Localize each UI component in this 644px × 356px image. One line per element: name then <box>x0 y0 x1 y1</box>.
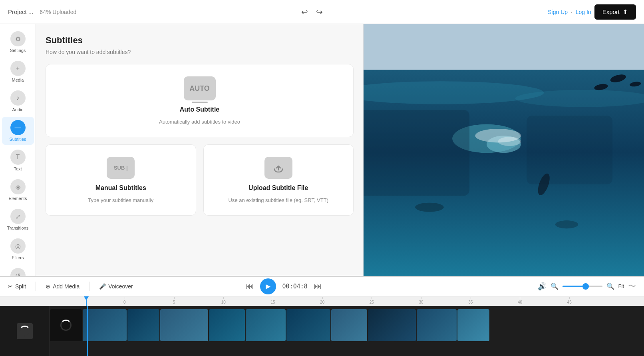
topbar-right: Sign Up · Log In Export ⬆ <box>548 4 636 20</box>
sidebar-item-extra[interactable]: ↺ <box>2 265 34 276</box>
text-icon: T <box>10 150 26 165</box>
sign-up-link[interactable]: Sign Up <box>548 9 568 15</box>
loading-spinner <box>19 326 30 337</box>
zoom-in-icon: 🔍 <box>606 282 614 290</box>
svg-rect-7 <box>527 116 612 184</box>
rewind-button[interactable]: ⏮ <box>246 282 254 291</box>
split-label: Split <box>15 283 26 290</box>
ruler-mark-0: 0 <box>100 300 149 304</box>
sidebar-item-text[interactable]: T Text <box>2 146 34 174</box>
audio-icon: ♪ <box>10 90 26 106</box>
track-clip-7[interactable] <box>286 309 330 341</box>
sidebar-label-text: Text <box>14 166 22 171</box>
auto-subtitle-card[interactable]: AUTO Auto Subtitle Automatically add sub… <box>46 64 354 137</box>
auth-separator: · <box>571 9 572 15</box>
ruler-mark-5: 5 <box>149 300 199 304</box>
zoom-out-icon: 🔍 <box>551 282 559 290</box>
upload-status: 64% Uploaded <box>40 9 76 15</box>
track-clip-4[interactable] <box>160 309 208 341</box>
track-clip-10[interactable] <box>417 309 457 341</box>
svg-point-13 <box>555 220 578 228</box>
sidebar-item-filters[interactable]: ◎ Filters <box>2 235 34 263</box>
voiceover-label: Voiceover <box>108 283 133 290</box>
svg-point-15 <box>498 137 521 146</box>
export-icon: ⬆ <box>623 8 628 16</box>
ruler-mark-35: 35 <box>446 300 495 304</box>
timeline-toolbar: ✂ Split ⊕ Add Media 🎤 Voiceover ⏮ ▶ 00:0… <box>0 276 644 296</box>
panel-title: Subtitles <box>46 35 354 46</box>
ruler-playhead <box>86 296 87 306</box>
extra-icon: ↺ <box>10 268 26 276</box>
sidebar-item-transitions[interactable]: ⤢ Transitions <box>2 206 34 234</box>
svg-rect-6 <box>364 110 469 196</box>
fit-button[interactable]: Fit <box>618 283 624 289</box>
manual-subtitle-title: Manual Subtitles <box>95 184 146 192</box>
upload-subtitle-desc: Use an existing subtitles file (eg. SRT,… <box>229 197 328 203</box>
voiceover-button[interactable]: 🎤 Voiceover <box>99 283 133 290</box>
preview-frame <box>364 24 644 276</box>
playhead-triangle <box>84 296 89 300</box>
sidebar-label-transitions: Transitions <box>7 226 28 230</box>
track-clip-6[interactable] <box>246 309 286 341</box>
settings-icon: ⚙ <box>10 31 26 46</box>
ruler-mark-15: 15 <box>248 300 298 304</box>
project-name: Project ... <box>8 8 33 15</box>
waveform-icon: 〜 <box>628 281 636 292</box>
redo-button[interactable]: ↪ <box>314 5 325 19</box>
split-icon: ✂ <box>8 283 13 290</box>
sidebar-label-settings: Settings <box>10 48 26 53</box>
add-media-button[interactable]: ⊕ Add Media <box>46 283 80 290</box>
log-in-link[interactable]: Log In <box>576 9 591 15</box>
upload-subtitle-card[interactable]: Upload Subtitle File Use an existing sub… <box>203 144 354 216</box>
ruler-mark-10: 10 <box>199 300 248 304</box>
ruler-container: 0 5 10 15 20 25 30 35 40 45 <box>0 296 644 356</box>
split-button[interactable]: ✂ Split <box>8 283 26 290</box>
track-clip-loading <box>50 309 82 341</box>
media-icon: + <box>10 61 26 76</box>
sidebar-item-subtitles[interactable]: — Subtitles <box>2 117 34 145</box>
fast-forward-button[interactable]: ⏭ <box>314 282 322 291</box>
ruler-mark-25: 25 <box>347 300 397 304</box>
main-area: ⚙ Settings + Media ♪ Audio — Subtitles T… <box>0 24 644 276</box>
sidebar-label-filters: Filters <box>12 255 24 260</box>
sidebar-label-media: Media <box>12 78 24 82</box>
sidebar-item-settings[interactable]: ⚙ Settings <box>2 28 34 56</box>
track-clip-8[interactable] <box>331 309 367 341</box>
track-thumbnail <box>17 323 33 339</box>
sidebar-label-elements: Elements <box>9 196 27 201</box>
track-clip-2[interactable] <box>83 309 127 341</box>
export-button[interactable]: Export ⬆ <box>594 4 636 20</box>
ruler-marks: 0 5 10 15 20 25 30 35 40 45 <box>50 300 644 304</box>
add-media-icon: ⊕ <box>46 283 50 290</box>
sidebar-item-media[interactable]: + Media <box>2 58 34 86</box>
ruler-mark-45: 45 <box>545 300 594 304</box>
manual-subtitle-icon: SUB | <box>107 157 135 179</box>
sidebar-item-elements[interactable]: ◈ Elements <box>2 176 34 204</box>
track-clip-3[interactable] <box>127 309 159 341</box>
subtitles-panel: Subtitles How do you want to add subtitl… <box>36 24 364 276</box>
track-content[interactable] <box>50 306 644 356</box>
auth-links: Sign Up · Log In <box>548 9 591 15</box>
track-clip-5[interactable] <box>209 309 245 341</box>
zoom-slider[interactable] <box>563 286 602 287</box>
volume-icon: 🔊 <box>538 282 547 291</box>
undo-button[interactable]: ↩ <box>299 5 310 19</box>
track-label <box>0 306 50 356</box>
play-button[interactable]: ▶ <box>260 278 276 294</box>
toolbar-separator-2 <box>89 282 89 291</box>
sidebar-label-audio: Audio <box>12 107 23 112</box>
preview-video <box>364 24 644 276</box>
voiceover-icon: 🎤 <box>99 283 106 290</box>
topbar-center: ↩ ↪ <box>299 5 325 19</box>
manual-subtitle-card[interactable]: SUB | Manual Subtitles Type your subtitl… <box>46 144 196 216</box>
upload-subtitle-icon <box>264 157 292 179</box>
track-clip-9[interactable] <box>368 309 416 341</box>
preview-area <box>364 24 644 276</box>
sidebar-item-audio[interactable]: ♪ Audio <box>2 87 34 115</box>
track-clip-11[interactable] <box>457 309 489 341</box>
track-playhead <box>87 306 88 356</box>
transitions-icon: ⤢ <box>10 209 26 224</box>
upload-subtitle-title: Upload Subtitle File <box>248 184 308 192</box>
cards-row: SUB | Manual Subtitles Type your subtitl… <box>46 144 354 216</box>
panel-subtitle: How do you want to add subtitles? <box>46 49 354 55</box>
